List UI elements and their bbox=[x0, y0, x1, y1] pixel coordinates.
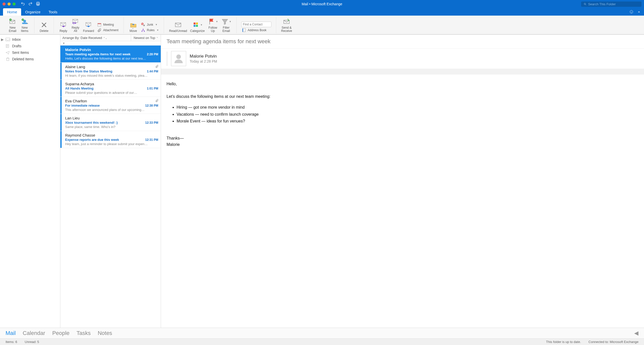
new-email-button[interactable]: + New Email bbox=[7, 17, 19, 33]
address-book-button[interactable]: Address Book bbox=[241, 28, 271, 33]
rules-button[interactable]: Rules▼ bbox=[140, 28, 159, 33]
follow-up-label: Follow Up bbox=[209, 26, 217, 33]
find-contact-input[interactable] bbox=[241, 22, 271, 27]
switch-calendar[interactable]: Calendar bbox=[23, 330, 45, 336]
attachment-label: Attachment bbox=[103, 28, 118, 32]
window-controls bbox=[3, 3, 16, 6]
message-item[interactable]: Raymond ChasseExpense reports are due th… bbox=[60, 131, 161, 148]
message-preview: Please submit your questions in advance … bbox=[65, 91, 158, 95]
tab-organize[interactable]: Organize bbox=[21, 8, 45, 16]
attachment-icon bbox=[155, 65, 159, 69]
reading-body: Hello, Let's discuss the following items… bbox=[161, 74, 644, 154]
folder-deleted[interactable]: Deleted Items bbox=[0, 56, 60, 62]
message-from: Lan Lieu bbox=[65, 116, 158, 120]
minimize-window-button[interactable] bbox=[8, 3, 11, 6]
reply-label: Reply bbox=[60, 29, 67, 33]
message-from: Eva Charlton bbox=[65, 99, 158, 103]
expand-triangle-icon[interactable]: ▶ bbox=[1, 37, 4, 41]
switch-notes[interactable]: Notes bbox=[98, 330, 112, 336]
move-button[interactable]: Move bbox=[127, 20, 139, 33]
delete-button[interactable]: Delete bbox=[38, 20, 50, 33]
ribbon-tabs: Home Organize Tools bbox=[0, 8, 644, 16]
read-unread-button[interactable]: Read/Unread bbox=[168, 20, 188, 33]
zoom-window-button[interactable] bbox=[13, 3, 16, 6]
redo-icon[interactable] bbox=[28, 2, 33, 7]
forward-button[interactable]: Forward bbox=[82, 20, 96, 33]
main-area: ▶ Inbox Drafts Sent Items Deleted Items … bbox=[0, 34, 644, 328]
rules-icon bbox=[141, 28, 145, 32]
group-collapse-icon[interactable]: ▼ bbox=[60, 41, 161, 46]
delete-label: Delete bbox=[40, 29, 49, 33]
message-from: Malorie Potvin bbox=[65, 48, 158, 52]
search-input[interactable] bbox=[588, 2, 639, 6]
svg-rect-31 bbox=[243, 29, 243, 32]
message-item[interactable]: Malorie PotvinTeam meeting agenda items … bbox=[60, 46, 161, 63]
message-item[interactable]: Suparna AcharyaAll Hands Meeting1:01 PMP… bbox=[60, 80, 161, 97]
status-sync: This folder is up to date. bbox=[546, 340, 581, 344]
message-subject: Team meeting agenda items for next week bbox=[65, 52, 145, 56]
svg-point-24 bbox=[143, 25, 145, 26]
status-unread: Unread: 5 bbox=[25, 340, 39, 344]
switch-people[interactable]: People bbox=[52, 330, 70, 336]
message-subject: Notes from the Status Meeting bbox=[65, 69, 145, 73]
message-time: 1:01 PM bbox=[147, 87, 158, 90]
sent-icon bbox=[6, 51, 10, 54]
new-items-button[interactable]: + New Items bbox=[19, 17, 31, 33]
reply-button[interactable]: Reply bbox=[57, 20, 69, 33]
status-bar: Items: 6 Unread: 5 This folder is up to … bbox=[0, 338, 644, 345]
folder-deleted-label: Deleted Items bbox=[12, 57, 34, 61]
svg-text:+: + bbox=[10, 19, 11, 21]
arrange-by-label: Arrange By: Date Received bbox=[62, 36, 102, 40]
folder-inbox[interactable]: ▶ Inbox bbox=[0, 36, 60, 43]
folder-sent-label: Sent Items bbox=[12, 51, 29, 55]
svg-rect-33 bbox=[6, 38, 10, 41]
attachment-button[interactable]: Attachment bbox=[97, 28, 119, 33]
tab-tools[interactable]: Tools bbox=[45, 8, 61, 16]
message-item[interactable]: Eva CharltonFor immediate release12:38 P… bbox=[60, 97, 161, 114]
sort-order-button[interactable]: Newest on Top⌃ bbox=[131, 35, 161, 41]
inbox-icon bbox=[6, 38, 10, 41]
reply-all-button[interactable]: Reply All bbox=[69, 17, 82, 33]
filter-email-button[interactable]: ▼ Filter Email bbox=[220, 17, 233, 33]
search-box[interactable] bbox=[581, 2, 641, 7]
reading-subject: Team meeting agenda items for next week bbox=[161, 35, 644, 49]
send-receive-button[interactable]: Send & Receive bbox=[280, 17, 294, 33]
search-icon bbox=[584, 3, 587, 6]
message-subject: All Hands Meeting bbox=[65, 87, 145, 90]
folder-drafts[interactable]: Drafts bbox=[0, 43, 60, 49]
body-bullet: Morale Event — ideas for fun venues? bbox=[177, 118, 638, 124]
arrange-by-button[interactable]: Arrange By: Date Received⌃⌄ bbox=[60, 35, 131, 41]
print-icon[interactable] bbox=[36, 2, 40, 7]
reading-from: Malorie Potvin bbox=[190, 54, 217, 59]
tab-home[interactable]: Home bbox=[3, 8, 21, 16]
message-time: 12:33 PM bbox=[145, 121, 158, 124]
message-preview: Hello, Let's discuss the following items… bbox=[65, 57, 158, 60]
folder-sent[interactable]: Sent Items bbox=[0, 49, 60, 56]
meeting-label: Meeting bbox=[103, 23, 114, 26]
smiley-feedback-icon[interactable] bbox=[629, 10, 633, 15]
switcher-more-icon[interactable]: ◀ bbox=[634, 330, 638, 336]
follow-up-button[interactable]: ▼ Follow Up bbox=[206, 17, 220, 33]
switch-tasks[interactable]: Tasks bbox=[76, 330, 91, 336]
switch-mail[interactable]: Mail bbox=[6, 330, 16, 336]
message-subject: For immediate release bbox=[65, 104, 143, 107]
status-items: Items: 6 bbox=[6, 340, 17, 344]
message-time: 2:28 PM bbox=[147, 53, 158, 56]
message-from: Raymond Chasse bbox=[65, 133, 158, 137]
categorize-button[interactable]: ▼ Categorize bbox=[189, 20, 206, 33]
junk-button[interactable]: Junk▼ bbox=[140, 22, 159, 27]
meeting-button[interactable]: Meeting bbox=[97, 22, 119, 27]
svg-line-4 bbox=[585, 4, 586, 5]
message-list-pane: Arrange By: Date Received⌃⌄ Newest on To… bbox=[60, 35, 161, 328]
body-closing2: Malorie bbox=[167, 142, 638, 148]
svg-rect-26 bbox=[194, 23, 196, 25]
move-label: Move bbox=[130, 29, 137, 33]
message-item[interactable]: Alaine LangNotes from the Status Meeting… bbox=[60, 63, 161, 80]
read-unread-label: Read/Unread bbox=[169, 29, 187, 33]
undo-icon[interactable] bbox=[21, 2, 25, 7]
close-window-button[interactable] bbox=[3, 3, 6, 6]
collapse-ribbon-icon[interactable] bbox=[637, 10, 641, 15]
message-item[interactable]: Lan LieuXbox tournament this weekend! :)… bbox=[60, 114, 161, 131]
window-title: Mail • Microsoft Exchange bbox=[0, 2, 644, 6]
drag-handle-icon[interactable] bbox=[167, 52, 168, 66]
